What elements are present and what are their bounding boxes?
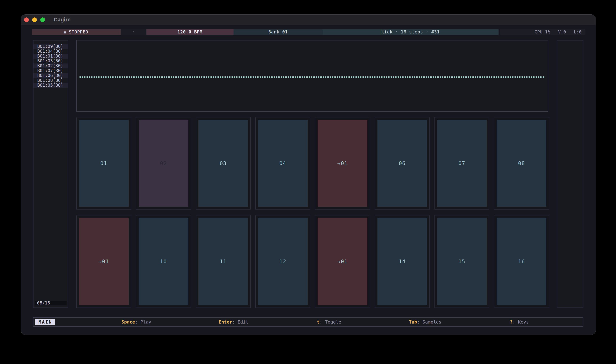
side-meter-panel [557,40,583,308]
key-hint: ?: Keys [510,319,529,325]
pad[interactable]: →01 [318,120,367,207]
list-position-indicator: 08/16 [35,301,66,305]
pad[interactable]: 12 [258,218,308,305]
sample-list-item[interactable]: B01:05(30) [33,83,68,88]
app-window: Cagire ■STOPPED · 120.0 BPM Bank 01 kick… [21,14,596,335]
hint-key: Space [121,319,135,325]
waveform-zero-line [79,77,545,78]
transport-label: STOPPED [69,29,88,35]
hint-separator: : [135,319,140,325]
key-hint: Tab: Samples [409,319,442,325]
hint-separator: : [417,319,422,325]
hint-key: ? [510,319,512,325]
mode-badge: MAIN [35,319,55,325]
pad[interactable]: 11 [198,218,248,305]
pad-cell[interactable]: 10 [136,215,191,308]
sample-list-panel: B01:09(30) B01:04(30) B01:01(30) B01:03(… [33,40,68,308]
hint-separator: : [512,319,518,325]
hint-action: Toggle [325,319,341,325]
transport-status: ■STOPPED [32,29,121,35]
sample-list-item[interactable]: B01:02(30) [33,64,68,68]
pad[interactable]: 08 [497,120,546,207]
sample-list-item[interactable]: B01:04(30) [33,49,68,54]
hint-separator: : [319,319,325,325]
pad[interactable]: 04 [258,120,308,207]
pad-cell[interactable]: 02 [136,117,191,209]
footer-bar: MAIN Space: Play Enter: Edit t: Toggle T… [33,317,583,326]
pad-cell[interactable]: 08 [494,117,549,209]
pad[interactable]: 15 [437,218,487,305]
key-hint: Space: Play [121,319,151,325]
waveform-panel [76,40,548,112]
hint-action: Keys [518,319,529,325]
pad-cell[interactable]: 07 [434,117,489,209]
hint-action: Samples [422,319,441,325]
sample-list-item[interactable]: B01:08(30) [33,78,68,83]
hint-action: Edit [237,319,248,325]
pad-cell[interactable]: 12 [255,215,310,308]
minimize-button[interactable] [32,17,37,22]
sample-list-item[interactable]: B01:03(30) [33,59,68,64]
pad[interactable]: 10 [139,218,188,305]
title-bar: Cagire [21,14,596,25]
voice-count: V:0 [558,29,566,35]
pad-cell[interactable]: →01 [315,117,370,209]
pad[interactable]: 14 [378,218,427,305]
hint-action: Play [140,319,151,325]
pad-cell[interactable]: 16 [494,215,549,308]
sample-list-item[interactable]: B01:01(30) [33,54,68,59]
pad-cell[interactable]: →01 [76,215,131,308]
system-stats: CPU 1% V:0 L:0 [500,29,585,35]
sample-list-item[interactable]: B01:09(30) [33,44,68,49]
bank-display: Bank 01 [234,29,323,35]
hint-separator: : [232,319,237,325]
pad[interactable]: →01 [318,218,367,305]
pad-cell[interactable]: 11 [196,215,251,308]
sample-list-item[interactable]: B01:07(30) [33,68,68,73]
status-separator: · [121,29,146,35]
pad-cell[interactable]: 01 [76,117,131,209]
pad-cell[interactable]: 06 [375,117,430,209]
pad-cell[interactable]: 15 [434,215,489,308]
pad[interactable]: →01 [79,218,129,305]
sample-list-item[interactable]: B01:06(30) [33,73,68,78]
key-hint: Enter: Edit [219,319,249,325]
pad[interactable]: 07 [437,120,487,207]
traffic-lights [24,17,45,22]
pad[interactable]: 02 [139,120,188,207]
zoom-button[interactable] [40,17,45,22]
key-hint: t: Toggle [317,319,341,325]
pad-cell[interactable]: 04 [255,117,310,209]
stop-icon: ■ [64,30,66,34]
hint-key: Enter [219,319,232,325]
pad-cell[interactable]: 03 [196,117,251,209]
window-title: Cagire [54,17,70,23]
pad[interactable]: 01 [79,120,129,207]
pad-grid: 01 02 03 04 →01 06 07 08 →01 10 11 12 →0… [76,117,549,308]
pad[interactable]: 06 [378,120,427,207]
pad-cell[interactable]: 14 [375,215,430,308]
sample-list: B01:09(30) B01:04(30) B01:01(30) B01:03(… [33,40,68,88]
pad[interactable]: 16 [497,218,546,305]
pad[interactable]: 03 [198,120,248,207]
hint-key: Tab [409,319,417,325]
status-bar: ■STOPPED · 120.0 BPM Bank 01 kick · 16 s… [21,29,596,35]
track-info-display: kick · 16 steps · #31 [323,29,498,35]
layer-count: L:0 [574,29,582,35]
bpm-display: 120.0 BPM [146,29,234,35]
close-button[interactable] [24,17,29,22]
cpu-usage: CPU 1% [535,29,550,35]
pad-cell[interactable]: →01 [315,215,370,308]
hint-key: t [317,319,319,325]
